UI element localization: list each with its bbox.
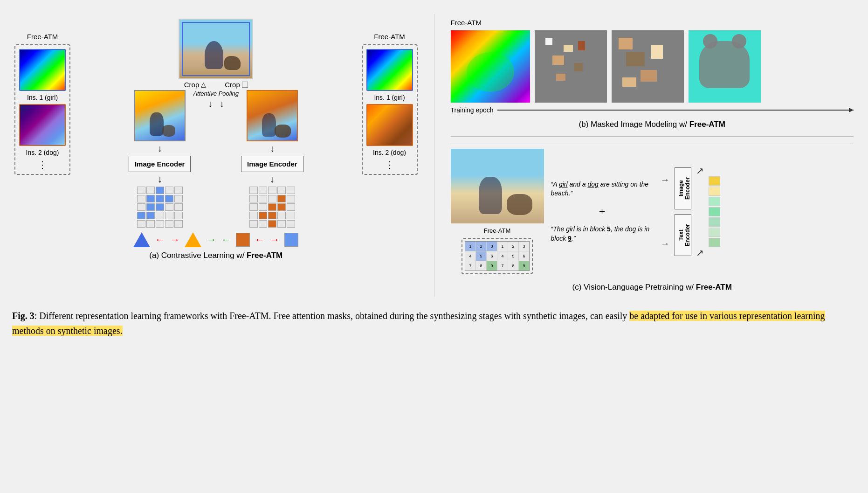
- arrow-red-right2: →: [269, 234, 280, 246]
- square-orange-icon: [236, 233, 250, 247]
- training-epoch-row: Training epoch: [451, 106, 854, 114]
- text-quote-1: “A girl and a dog are sitting on the bea…: [551, 180, 654, 198]
- feature-blocks: [709, 176, 720, 247]
- arrow-down-right: ↓: [270, 143, 275, 154]
- epoch-arrow: [497, 110, 854, 111]
- figure-area: Free-ATM Ins. 1 (girl) Ins. 2 (dog) ⋮: [10, 9, 858, 301]
- panel-divider: [434, 14, 434, 297]
- arrow-down-right2: ↓: [270, 174, 275, 185]
- triangle-blue-icon: [133, 232, 150, 247]
- free-atm-label-left: Free-ATM: [27, 33, 58, 41]
- crop-right-label: Crop: [225, 81, 248, 89]
- feature-block-2: [709, 187, 720, 196]
- crop-girl-wrapper: [134, 90, 186, 141]
- heatmap-dog-right: [366, 104, 413, 146]
- text-encoder-vlp: Text Encoder: [675, 214, 691, 256]
- caption-b: (b) Masked Image Modeling w/ Free-ATM: [451, 120, 854, 129]
- caption-a: (a) Contrastive Learning w/ Free-ATM: [149, 251, 282, 260]
- masked-image-3: [689, 30, 761, 103]
- vlp-arrows-right: ↗ ↗: [696, 165, 704, 258]
- ins2-label-right: Ins. 2 (dog): [373, 149, 406, 156]
- left-dashed-box: Ins. 1 (girl) Ins. 2 (dog) ⋮: [14, 44, 70, 175]
- ins1-label-left: Ins. 1 (girl): [27, 94, 58, 101]
- panel-right: Free-ATM: [446, 14, 859, 297]
- panel-left-contrastive: Free-ATM Ins. 1 (girl) Ins. 2 (dog) ⋮: [10, 14, 422, 297]
- text-quote-2: “The girl is in block 5, the dog is in b…: [551, 225, 654, 243]
- training-epoch-label: Training epoch: [451, 106, 494, 114]
- fig-label: Fig. 3: [12, 311, 34, 321]
- section-divider: [451, 136, 854, 137]
- beach-dog-silhouette: [224, 56, 241, 70]
- token-grid-right: [249, 187, 295, 228]
- crop-right-text: Crop: [225, 81, 240, 89]
- contrastive-diagram: Free-ATM Ins. 1 (girl) Ins. 2 (dog) ⋮: [14, 19, 418, 247]
- left-instances: Free-ATM Ins. 1 (girl) Ins. 2 (dog) ⋮: [14, 33, 70, 175]
- crop-left-label: Crop △: [184, 81, 207, 89]
- crop-dog-wrapper: [247, 90, 298, 141]
- encoder-boxes: Image Encoder Text Encoder: [675, 167, 691, 256]
- caption-c: (c) Vision-Language Pretraining w/ Free-…: [451, 283, 854, 292]
- dots-left: ⋮: [38, 159, 47, 170]
- beach-girl-silhouette: [205, 41, 223, 69]
- heatmap-girl-left: [19, 49, 66, 91]
- encoder-col-right: ↓ Image Encoder ↓: [241, 90, 303, 228]
- image-encoder-vlp: Image Encoder: [675, 167, 691, 209]
- triangle-orange-icon: [185, 232, 201, 247]
- figure-caption: Fig. 3: Different representation learnin…: [10, 301, 858, 340]
- vlp-right: → → Image Encoder Text Encoder: [661, 149, 720, 274]
- arrow-green-right: ←: [221, 234, 231, 246]
- vlp-grid: 1 2 3 1 2 3 4 5 6 4 5 6 7: [465, 241, 530, 271]
- ins2-label-left: Ins. 2 (dog): [26, 149, 59, 156]
- vlp-arrows: → →: [661, 174, 670, 249]
- arrow-to-text-encoder: →: [661, 238, 670, 249]
- free-atm-label-mim: Free-ATM: [451, 19, 854, 27]
- ins1-label-right: Ins. 1 (girl): [374, 94, 405, 101]
- masked-image-panel: Free-ATM: [451, 19, 854, 129]
- center-encoders: Crop △ Crop: [70, 19, 362, 247]
- encoder-col-left: ↓ Image Encoder ↓: [129, 90, 191, 228]
- masked-images-row: [451, 30, 854, 103]
- arrow-to-features-bottom: ↗: [696, 247, 704, 258]
- image-encoder-left: Image Encoder: [129, 156, 191, 172]
- vlp-left: Free-ATM 1 2 3 1 2 3 4 5 6: [451, 149, 544, 274]
- plus-sign: +: [551, 205, 654, 218]
- square-crop-icon: [242, 82, 248, 88]
- right-instances: Free-ATM Ins. 1 (girl) Ins. 2 (dog) ⋮: [362, 33, 418, 175]
- attentive-pooling-area: Attentive Pooling ↓ ↓: [193, 90, 239, 111]
- arrow-red-left2: →: [170, 234, 180, 246]
- beach-scene: [179, 19, 253, 79]
- crop-left-text: Crop: [184, 81, 200, 89]
- beach-image-container: [179, 19, 253, 79]
- arrow-down-left2: ↓: [158, 174, 162, 185]
- free-atm-label-right: Free-ATM: [374, 33, 405, 41]
- free-atm-label-vlp: Free-ATM: [484, 227, 511, 234]
- vlp-middle: “A girl and a dog are sitting on the bea…: [551, 149, 654, 274]
- feature-block-4: [709, 207, 720, 216]
- masked-image-2: [612, 30, 684, 103]
- dots-right: ⋮: [385, 159, 394, 170]
- vlp-beach-image: [451, 149, 544, 223]
- crop-dog-image: [247, 90, 298, 141]
- feature-block-6: [709, 228, 720, 237]
- right-dashed-box: Ins. 1 (girl) Ins. 2 (dog) ⋮: [362, 44, 418, 175]
- heatmap-dog-left: [19, 104, 66, 146]
- shapes-bottom-row: ← → → ← ← →: [133, 232, 298, 247]
- feature-block-7: [709, 238, 720, 247]
- feature-block-1: [709, 176, 720, 186]
- image-encoder-right: Image Encoder: [241, 156, 303, 172]
- arrows-pooling: ↓ ↓: [208, 98, 224, 109]
- two-encoder-row: ↓ Image Encoder ↓: [129, 90, 303, 228]
- arrow-to-features-top: ↗: [696, 165, 704, 176]
- feature-block-3: [709, 197, 720, 206]
- vlp-free-atm-box: 1 2 3 1 2 3 4 5 6 4 5 6 7: [462, 238, 533, 274]
- arrow-to-image-encoder: →: [661, 174, 670, 185]
- cat-heatmap-image: [451, 30, 530, 103]
- square-blue-icon: [284, 233, 298, 247]
- arrow-down-left: ↓: [158, 143, 162, 154]
- triangle-crop-icon: △: [201, 81, 206, 89]
- feature-block-5: [709, 217, 720, 227]
- crop-labels: Crop △ Crop: [184, 81, 248, 89]
- main-container: Free-ATM Ins. 1 (girl) Ins. 2 (dog) ⋮: [10, 9, 858, 340]
- token-grid-left: [137, 187, 183, 228]
- masked-image-1: [535, 30, 607, 103]
